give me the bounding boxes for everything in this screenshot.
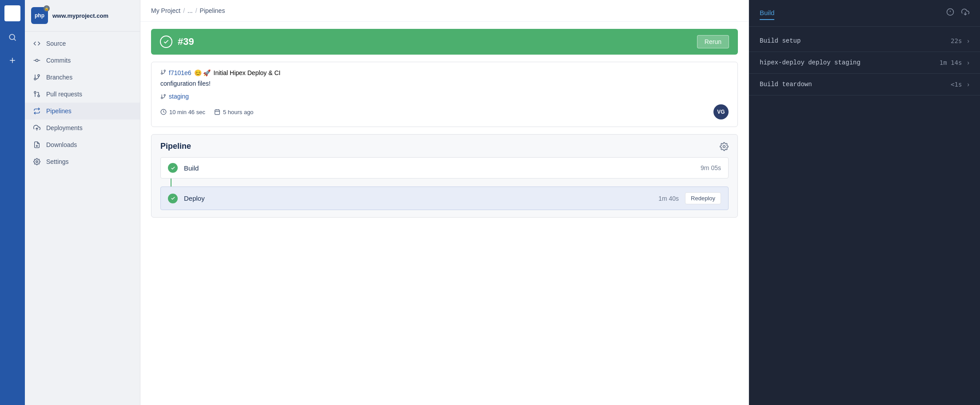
build-step-teardown-time: <1s — [951, 81, 962, 88]
commit-emojis: 😊 🚀 — [194, 69, 211, 76]
breadcrumb-sep-2: / — [195, 7, 197, 14]
svg-rect-23 — [215, 110, 220, 115]
step-connector — [171, 179, 171, 187]
info-icon[interactable] — [946, 8, 954, 18]
commit-message-inline: Initial Hipex Deploy & CI — [214, 69, 281, 76]
pipeline-step-deploy[interactable]: Deploy 1m 40s Redeploy — [160, 187, 729, 210]
sidebar-item-source[interactable]: Source — [25, 35, 140, 52]
build-step-hipex[interactable]: hipex-deploy deploy staging 1m 14s › — [749, 52, 980, 74]
search-icon[interactable] — [5, 30, 20, 44]
sidebar-item-commits-label: Commits — [46, 57, 71, 64]
commit-time-ago: 5 hours ago — [223, 109, 254, 115]
build-step-teardown[interactable]: Build teardown <1s › — [749, 74, 980, 95]
repo-logo-text: php — [35, 12, 44, 19]
svg-point-27 — [723, 145, 725, 147]
pipeline-header-left: #39 — [160, 36, 194, 48]
pipeline-card-title: Pipeline — [160, 142, 191, 151]
build-step-hipex-name: hipex-deploy deploy staging — [760, 59, 860, 66]
build-step-setup-time: 22s — [951, 37, 962, 44]
lock-badge: 🔒 — [44, 5, 50, 12]
breadcrumb-my-project[interactable]: My Project — [151, 7, 180, 14]
right-panel: Build Build setup 22s › — [749, 0, 980, 405]
sidebar-item-downloads-label: Downloads — [46, 141, 77, 148]
pull-requests-icon — [33, 90, 41, 98]
sidebar-item-commits[interactable]: Commits — [25, 52, 140, 69]
sidebar-item-pipelines[interactable]: Pipelines — [25, 103, 140, 119]
pipelines-icon — [33, 107, 41, 115]
breadcrumb-ellipsis[interactable]: ... — [187, 7, 193, 14]
sidebar-item-pull-requests[interactable]: Pull requests — [25, 86, 140, 103]
deploy-step-name: Deploy — [184, 195, 652, 202]
pipeline-settings-button[interactable] — [720, 142, 729, 151]
main-content: My Project / ... / Pipelines #39 Rerun — [140, 0, 749, 405]
commit-meta: 10 min 46 sec 5 hours ago VG — [160, 104, 729, 119]
svg-point-21 — [161, 97, 163, 99]
sidebar-item-settings-label: Settings — [46, 158, 69, 165]
commit-branch-line: staging — [160, 93, 729, 100]
svg-point-4 — [36, 59, 38, 61]
build-step-hipex-time: 1m 14s — [940, 59, 962, 66]
app-sidebar — [0, 0, 25, 405]
deploy-step-check — [168, 194, 178, 203]
sidebar-item-downloads[interactable]: Downloads — [25, 136, 140, 153]
pipeline-success-icon — [160, 36, 172, 48]
avatar: VG — [713, 104, 729, 119]
commit-hash-line: f7101e6 😊 🚀 Initial Hipex Deploy & CI — [160, 69, 729, 76]
build-steps-list: Build setup 22s › hipex-deploy deploy st… — [749, 27, 980, 99]
svg-point-10 — [38, 95, 40, 97]
svg-point-18 — [161, 73, 163, 74]
pipeline-steps-list: Build 9m 05s Deploy 1m 40s Redeploy — [160, 157, 729, 210]
sidebar-item-pipelines-label: Pipelines — [46, 107, 72, 115]
source-icon — [33, 40, 41, 48]
svg-line-1 — [14, 39, 16, 41]
svg-point-20 — [164, 94, 165, 95]
sidebar-item-settings[interactable]: Settings — [25, 153, 140, 170]
commit-branch-link[interactable]: staging — [169, 93, 189, 100]
pipeline-card-header: Pipeline — [160, 142, 729, 151]
svg-point-17 — [164, 70, 165, 71]
commit-duration: 10 min 46 sec — [169, 109, 205, 115]
sidebar-item-branches[interactable]: Branches — [25, 69, 140, 86]
download-icon[interactable] — [961, 8, 969, 18]
right-panel-header: Build — [749, 0, 980, 27]
sidebar-item-deployments[interactable]: Deployments — [25, 119, 140, 136]
add-icon[interactable] — [5, 53, 20, 68]
breadcrumb-current: Pipelines — [200, 7, 225, 14]
breadcrumb: My Project / ... / Pipelines — [140, 0, 749, 22]
pipeline-content: #39 Rerun f7101e6 😊 🚀 Initial Hipex Depl… — [140, 22, 749, 405]
repo-header: php 🔒 www.myproject.com — [25, 0, 140, 32]
time-meta: 5 hours ago — [214, 109, 254, 115]
repo-logo: php 🔒 — [31, 7, 48, 24]
build-step-teardown-right: <1s › — [951, 81, 969, 88]
right-tabs: Build — [760, 6, 783, 20]
build-step-setup-right: 22s › — [951, 37, 969, 44]
chevron-right-icon-2: › — [967, 81, 969, 88]
left-panel: php 🔒 www.myproject.com Source Commits — [25, 0, 140, 405]
sidebar-item-pull-requests-label: Pull requests — [46, 91, 82, 98]
pipeline-step-build[interactable]: Build 9m 05s — [160, 157, 729, 179]
build-step-hipex-right: 1m 14s › — [940, 59, 969, 66]
deployments-icon — [33, 124, 41, 132]
build-step-teardown-name: Build teardown — [760, 81, 812, 88]
sidebar-item-deployments-label: Deployments — [46, 124, 83, 131]
sidebar-item-branches-label: Branches — [46, 74, 72, 81]
sidebar-item-source-label: Source — [46, 40, 66, 47]
commit-hash-link[interactable]: f7101e6 — [169, 69, 191, 76]
deploy-step-time: 1m 40s — [658, 195, 679, 202]
chevron-right-icon-0: › — [967, 37, 969, 44]
svg-point-0 — [9, 34, 15, 40]
tab-build[interactable]: Build — [760, 6, 774, 20]
build-step-setup[interactable]: Build setup 22s › — [749, 30, 980, 52]
build-step-check — [168, 163, 178, 173]
svg-point-11 — [34, 91, 36, 93]
bitbucket-logo[interactable] — [4, 5, 20, 21]
svg-point-15 — [36, 161, 38, 163]
build-step-name: Build — [184, 164, 694, 172]
pipeline-number: #39 — [178, 36, 194, 48]
svg-point-9 — [34, 78, 36, 80]
right-panel-icons — [946, 8, 969, 18]
rerun-button[interactable]: Rerun — [697, 35, 729, 48]
build-step-setup-name: Build setup — [760, 37, 801, 44]
redeploy-button[interactable]: Redeploy — [685, 192, 721, 204]
breadcrumb-sep-1: / — [183, 7, 185, 14]
